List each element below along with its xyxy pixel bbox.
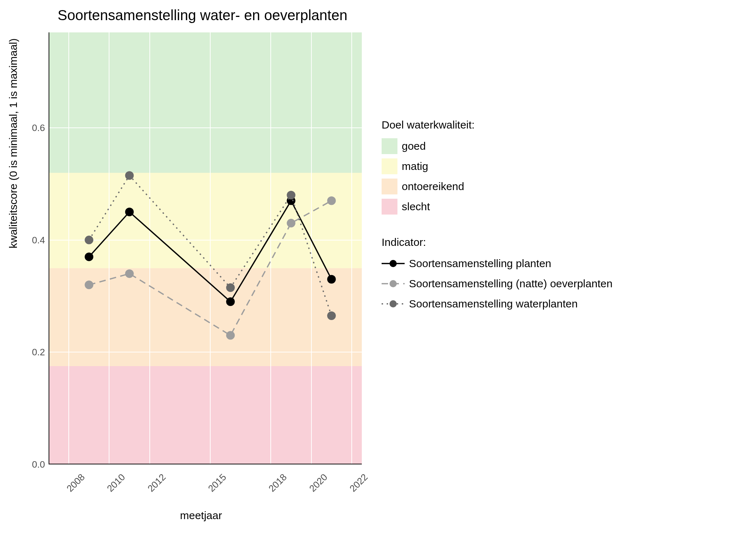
svg-point-5 [390,300,397,307]
legend-line-swatch [382,298,405,310]
svg-point-1 [390,260,397,267]
legend-item-band: matig [382,158,612,175]
y-tick-label: 0.4 [23,234,45,246]
data-point [327,275,336,284]
legend-swatch [382,158,397,174]
data-point [327,311,336,320]
series-layer [49,32,362,464]
legend-title-bands: Doel waterkwaliteit: [382,119,612,131]
svg-point-3 [390,280,397,287]
data-point [85,280,93,289]
y-tick-label: 0.2 [23,347,45,358]
chart: Soortensamenstelling water- en oeverplan… [0,0,756,540]
legend-item-band: slecht [382,198,612,215]
data-point [125,171,134,180]
legend-item-band: goed [382,138,612,155]
y-tick-label: 0.6 [23,122,45,133]
y-axis-label: kwaliteitscore (0 is minimaal, 1 is maxi… [7,39,19,248]
legend-line-swatch [382,278,405,289]
data-point [85,236,93,244]
plot-area [49,32,362,464]
data-point [85,252,93,261]
legend: Doel waterkwaliteit:goedmatigontoereiken… [382,119,612,315]
legend-swatch [382,179,397,194]
data-point [226,297,235,306]
series-line [89,201,332,336]
legend-item-series: Soortensamenstelling (natte) oeverplante… [382,275,612,292]
legend-title-series: Indicator: [382,236,612,248]
x-axis-line [49,464,362,464]
data-point [287,219,296,228]
legend-swatch [382,199,397,215]
legend-label: Soortensamenstelling planten [409,257,551,270]
data-point [226,283,235,292]
data-point [226,331,235,340]
legend-item-band: ontoereikend [382,178,612,195]
chart-title: Soortensamenstelling water- en oeverplan… [58,7,347,23]
legend-label: Soortensamenstelling (natte) oeverplante… [409,278,612,290]
legend-label: matig [402,160,428,172]
legend-label: Soortensamenstelling waterplanten [409,298,578,310]
x-axis-label: meetjaar [180,509,222,522]
legend-label: goed [402,140,426,152]
data-point [327,197,336,205]
legend-label: slecht [402,201,430,213]
data-point [125,269,134,278]
legend-swatch [382,138,397,154]
series-line [89,201,332,302]
data-point [125,208,134,216]
legend-item-series: Soortensamenstelling waterplanten [382,295,612,312]
data-point [287,191,296,199]
legend-item-series: Soortensamenstelling planten [382,255,612,272]
legend-label: ontoereikend [402,180,464,193]
y-axis-line [49,32,49,464]
y-tick-label: 0.0 [23,459,45,470]
legend-line-swatch [382,258,405,269]
